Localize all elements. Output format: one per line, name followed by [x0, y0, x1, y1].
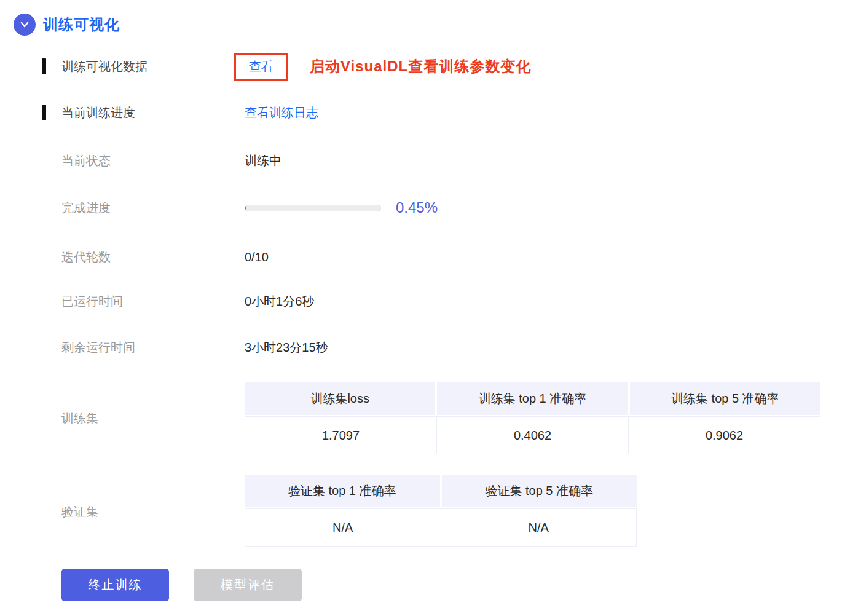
val-top1-value: N/A: [245, 509, 441, 546]
row-remaining-time: 剩余运行时间 3小时23分15秒: [0, 333, 842, 361]
row-training-progress: 当前训练进度 查看训练日志: [0, 98, 842, 127]
view-link-highlight-box: 查看: [234, 53, 288, 81]
train-table-header: 训练集 top 1 准确率: [437, 382, 628, 415]
train-top1-value: 0.4062: [436, 417, 628, 454]
val-table-header-row: 验证集 top 1 准确率 验证集 top 5 准确率: [245, 475, 637, 507]
train-loss-value: 1.7097: [245, 417, 436, 454]
epochs-value: 0/10: [245, 250, 269, 264]
section-header: 训练可视化: [14, 14, 120, 36]
row-epochs: 迭代轮数 0/10: [0, 243, 842, 271]
remaining-time-value: 3小时23分15秒: [245, 339, 328, 356]
val-metrics-table: 验证集 top 1 准确率 验证集 top 5 准确率 N/A N/A: [245, 475, 637, 547]
stop-training-button[interactable]: 终止训练: [61, 569, 169, 601]
train-table-value-row: 1.7097 0.4062 0.9062: [245, 416, 820, 454]
row-completion-progress: 完成进度 0.45%: [0, 194, 842, 222]
val-table-header: 验证集 top 5 准确率: [442, 475, 637, 507]
val-table-header: 验证集 top 1 准确率: [245, 475, 440, 507]
visualdl-annotation: 启动VisualDL查看训练参数变化: [310, 57, 531, 76]
row-elapsed-time: 已运行时间 0小时1分6秒: [0, 287, 842, 315]
train-metrics-table: 训练集loss 训练集 top 1 准确率 训练集 top 5 准确率 1.70…: [245, 382, 820, 454]
val-top5-value: N/A: [441, 509, 637, 546]
elapsed-time-value: 0小时1分6秒: [245, 293, 314, 310]
val-set-label: 验证集: [61, 497, 98, 526]
row-label: 当前训练进度: [61, 105, 245, 121]
train-table-header: 训练集loss: [245, 382, 435, 415]
val-table-value-row: N/A N/A: [245, 508, 637, 547]
train-set-label: 训练集: [61, 404, 98, 432]
train-table-header: 训练集 top 5 准确率: [630, 382, 820, 415]
row-marker: [42, 105, 46, 120]
row-current-status: 当前状态 训练中: [0, 146, 842, 175]
progress-fill: [245, 205, 246, 211]
model-evaluate-button[interactable]: 模型评估: [194, 569, 302, 601]
chevron-down-icon: [18, 18, 31, 31]
row-label: 剩余运行时间: [61, 339, 245, 356]
row-label: 完成进度: [61, 200, 245, 216]
train-top5-value: 0.9062: [628, 417, 820, 454]
train-table-header-row: 训练集loss 训练集 top 1 准确率 训练集 top 5 准确率: [245, 382, 820, 415]
section-title: 训练可视化: [43, 15, 120, 34]
status-value: 训练中: [245, 152, 281, 169]
progress-percent: 0.45%: [396, 199, 438, 216]
row-label: 当前状态: [61, 152, 245, 169]
row-label: 已运行时间: [61, 293, 245, 310]
row-visualization-data: 训练可视化数据 查看 启动VisualDL查看训练参数变化: [0, 52, 842, 81]
view-training-log-link[interactable]: 查看训练日志: [245, 105, 318, 121]
row-marker: [42, 58, 46, 74]
progress-bar: [245, 205, 381, 211]
training-visualization-panel: 训练可视化 训练可视化数据 查看 启动VisualDL查看训练参数变化 当前训练…: [0, 0, 842, 616]
collapse-toggle-button[interactable]: [14, 14, 36, 36]
row-label: 迭代轮数: [61, 249, 245, 266]
row-label: 训练可视化数据: [61, 58, 245, 75]
view-visualdl-link[interactable]: 查看: [249, 58, 273, 75]
